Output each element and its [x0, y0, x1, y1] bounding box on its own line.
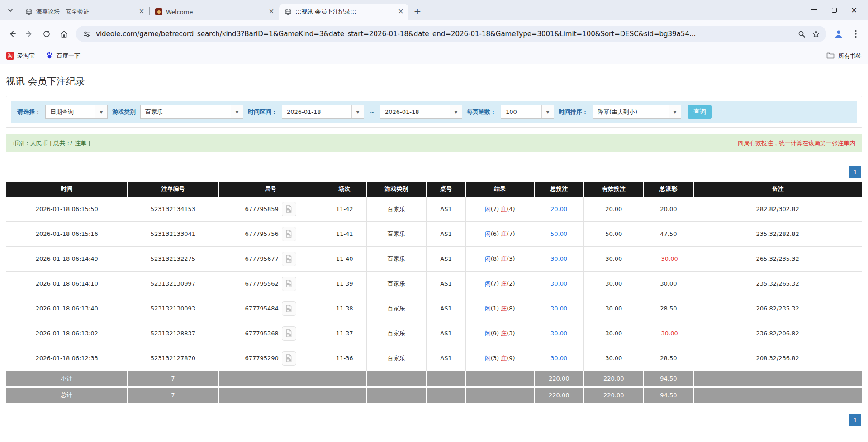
round-number-cell: 677795290	[218, 346, 323, 371]
time-range-label: 时间区间：	[248, 108, 277, 116]
url-text[interactable]: videoie.com/game/betrecord_search/kind3?…	[96, 30, 792, 38]
subtotal-label: 小计	[6, 371, 128, 387]
date-start-select[interactable]: 2026-01-18 ▼	[282, 105, 364, 119]
page-title: 视讯 会员下注纪录	[6, 64, 862, 96]
tab-close-icon[interactable]: ×	[397, 8, 405, 16]
total-label: 总计	[6, 387, 128, 403]
browser-tab-1[interactable]: 海燕论坛 - 安全验证 ×	[20, 4, 149, 20]
bet-time: 2026-01-18 06:13:02	[6, 321, 128, 346]
col-table-no: 桌号	[426, 182, 465, 197]
page-1-button[interactable]: 1	[849, 414, 861, 426]
per-page-select[interactable]: 100 ▼	[501, 105, 554, 119]
video-replay-icon[interactable]	[282, 202, 296, 216]
bookmarks-bar: 淘 爱淘宝 百度一下 所有书签	[0, 48, 868, 64]
table-row: 2026-01-18 06:13:40 523132130093 6777954…	[6, 296, 862, 321]
round-number: 677795368	[245, 329, 278, 336]
browser-tab-strip: 海燕论坛 - 安全验证 × Welcome × :::视讯 会员下注纪录::: …	[0, 0, 868, 20]
reload-icon[interactable]	[39, 26, 54, 42]
total-bet-link[interactable]: 30.00	[550, 255, 567, 262]
back-icon[interactable]	[5, 26, 20, 42]
all-bookmarks[interactable]: 所有书签	[820, 52, 862, 60]
valid-bet-notice-text: 同局有效投注，统一计算在该局第一张注单内	[738, 139, 855, 147]
banker-result-label: 庄	[501, 230, 507, 237]
bet-time: 2026-01-18 06:12:33	[6, 346, 128, 371]
query-type-select[interactable]: 日期查询 ▼	[45, 105, 108, 119]
banker-result-label: 庄	[501, 305, 507, 312]
total-bet-link[interactable]: 30.00	[550, 355, 567, 362]
payout: 28.50	[644, 296, 693, 321]
browser-tab-2[interactable]: Welcome ×	[150, 4, 279, 20]
search-button[interactable]: 查询	[688, 105, 712, 119]
total-bet-link[interactable]: 50.00	[550, 230, 567, 237]
table-row: 2026-01-18 06:12:33 523132127870 6777952…	[6, 346, 862, 371]
address-bar[interactable]: videoie.com/game/betrecord_search/kind3?…	[76, 26, 826, 42]
per-page-label: 每页笔数：	[467, 108, 496, 116]
round-number-cell: 677795756	[218, 221, 323, 246]
total-valid-bet: 220.00	[584, 387, 644, 403]
total-bet-link[interactable]: 30.00	[550, 330, 567, 337]
bookmark-label: 爱淘宝	[17, 52, 35, 60]
round-number: 677795859	[245, 205, 278, 212]
round-number-cell: 677795859	[218, 197, 323, 221]
total-bet-link[interactable]: 30.00	[550, 305, 567, 312]
col-total-bet: 总投注	[534, 182, 584, 197]
forward-icon[interactable]	[22, 26, 37, 42]
sort-order-select[interactable]: 降幂(由大到小) ▼	[593, 105, 681, 119]
round-number: 677795290	[245, 354, 278, 361]
home-icon[interactable]	[56, 26, 71, 42]
site-info-icon[interactable]	[81, 29, 91, 39]
window-minimize-button[interactable]	[808, 4, 820, 16]
player-result-label: 闲	[485, 280, 491, 287]
session-number: 11-37	[323, 321, 366, 346]
player-result-points: (8)	[491, 255, 499, 262]
table-number: AS1	[426, 296, 465, 321]
payout: -30.00	[644, 246, 693, 271]
session-number: 11-39	[323, 271, 366, 296]
banker-result-label: 庄	[501, 280, 507, 287]
col-remark: 备注	[693, 182, 862, 197]
window-close-button[interactable]: ×	[848, 4, 860, 16]
video-replay-icon[interactable]	[282, 252, 296, 266]
payout: 47.50	[644, 221, 693, 246]
date-end-select[interactable]: 2026-01-18 ▼	[380, 105, 462, 119]
bet-time: 2026-01-18 06:14:10	[6, 271, 128, 296]
payout: 28.50	[644, 346, 693, 371]
window-maximize-button[interactable]	[828, 4, 840, 16]
subtotal-count: 7	[128, 371, 218, 387]
valid-bet: 30.00	[584, 346, 644, 371]
page-1-button[interactable]: 1	[849, 166, 861, 178]
total-bet-link[interactable]: 20.00	[550, 206, 567, 212]
video-replay-icon[interactable]	[282, 227, 296, 241]
round-number: 677795756	[245, 230, 278, 237]
banker-result-label: 庄	[501, 255, 507, 262]
total-bet-link[interactable]: 30.00	[550, 280, 567, 287]
player-result-points: (7)	[491, 280, 499, 287]
video-replay-icon[interactable]	[282, 301, 296, 316]
browser-tab-active[interactable]: :::视讯 会员下注纪录::: ×	[279, 4, 408, 20]
round-number-cell: 677795562	[218, 271, 323, 296]
video-replay-icon[interactable]	[282, 277, 296, 291]
zoom-magnifier-icon[interactable]	[797, 29, 806, 39]
bookmark-baidu[interactable]: 百度一下	[46, 52, 80, 61]
remark: 265.32/235.32	[693, 246, 862, 271]
profile-avatar-icon[interactable]	[831, 26, 846, 42]
table-number: AS1	[426, 271, 465, 296]
banker-result-points: (4)	[507, 206, 515, 212]
valid-bet: 50.00	[584, 221, 644, 246]
col-payout: 总派彩	[644, 182, 693, 197]
banker-result-label: 庄	[501, 355, 507, 362]
bookmark-star-icon[interactable]	[811, 29, 821, 39]
game-category: 百家乐	[366, 346, 426, 371]
browser-menu-icon[interactable]	[848, 26, 863, 42]
player-result-label: 闲	[485, 305, 491, 312]
bookmark-aitaobao[interactable]: 淘 爱淘宝	[6, 52, 35, 60]
tab-search-chevron-icon[interactable]	[4, 4, 17, 17]
video-replay-icon[interactable]	[282, 326, 296, 341]
video-replay-icon[interactable]	[282, 351, 296, 366]
tab-close-icon[interactable]: ×	[267, 8, 275, 16]
game-category-select[interactable]: 百家乐 ▼	[140, 105, 243, 119]
session-number: 11-42	[323, 197, 366, 221]
chevron-down-icon: ▼	[669, 105, 681, 118]
new-tab-button[interactable]: +	[411, 5, 424, 18]
tab-close-icon[interactable]: ×	[138, 8, 146, 16]
